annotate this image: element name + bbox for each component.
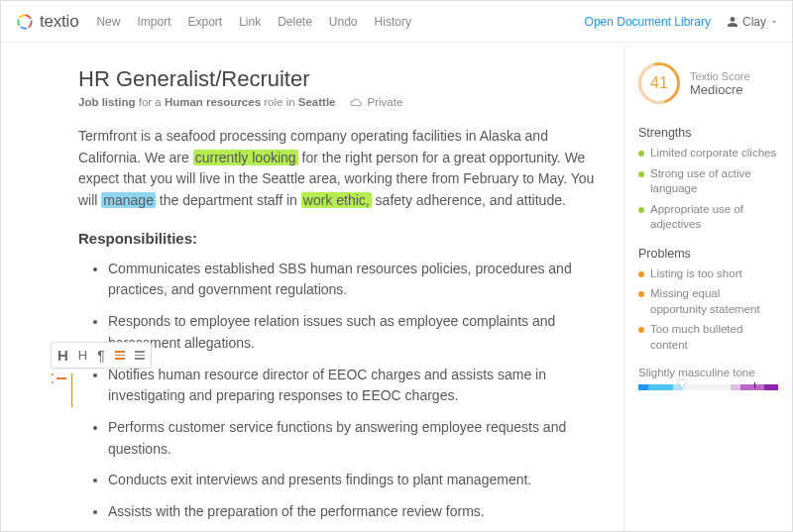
- list-item[interactable]: Too much bulleted content: [638, 322, 778, 353]
- topbar: textio New Import Export Link Delete Und…: [1, 1, 792, 43]
- list-item[interactable]: Assists with the preparation of the perf…: [108, 501, 616, 523]
- menu-new[interactable]: New: [96, 15, 120, 29]
- active-line-rule: [71, 373, 72, 407]
- tone-segment: [683, 384, 731, 390]
- cloud-icon: [350, 97, 364, 107]
- tone-tick-icon: [754, 382, 755, 388]
- numbered-list-button[interactable]: [135, 351, 145, 360]
- list-item[interactable]: Responds to employee relation issues suc…: [108, 311, 616, 354]
- brand[interactable]: textio: [15, 12, 78, 32]
- tone-meter[interactable]: [638, 384, 778, 390]
- score-block[interactable]: 41 Textio Score Mediocre: [638, 62, 778, 104]
- list-item[interactable]: Missing equal opportunity statement: [638, 286, 778, 317]
- tone-segment: [648, 384, 673, 390]
- highlight-phrase[interactable]: currently looking: [193, 150, 298, 165]
- list-item[interactable]: Strong use of active language: [638, 166, 778, 197]
- list-item[interactable]: Listing is too short: [638, 266, 778, 282]
- tone-segment: [731, 384, 740, 390]
- menu-link[interactable]: Link: [239, 15, 261, 29]
- doc-subtitle: Job listing for a Human resources role i…: [78, 96, 616, 108]
- problems-list: Listing is too short Missing equal oppor…: [638, 266, 778, 354]
- main-menu: New Import Export Link Delete Undo Histo…: [96, 15, 410, 29]
- bullet-list[interactable]: Communicates established SBS human resou…: [78, 259, 616, 523]
- bullet-list-button[interactable]: [115, 351, 125, 360]
- sub-prefix: Job listing: [78, 96, 136, 108]
- heading2-button[interactable]: H: [78, 348, 87, 363]
- brand-logo-icon: [15, 12, 35, 32]
- brand-name: textio: [40, 12, 78, 32]
- bullet-list-icon: [115, 351, 125, 360]
- highlight-phrase[interactable]: manage: [101, 192, 156, 208]
- menu-delete[interactable]: Delete: [278, 15, 312, 29]
- doc-paragraph[interactable]: Termfront is a seafood processing compan…: [78, 126, 616, 212]
- score-value: 41: [650, 74, 668, 92]
- list-item[interactable]: Appropriate use of adjectives: [638, 202, 778, 233]
- score-rating: Mediocre: [690, 82, 750, 97]
- list-indicator-icon: [57, 373, 66, 383]
- format-toolbar: H H ¶: [51, 342, 152, 369]
- tone-pointer-icon: [677, 380, 687, 387]
- numbered-list-icon: [135, 351, 145, 360]
- chevron-down-icon: [770, 18, 778, 26]
- sub-location: Seattle: [298, 96, 336, 108]
- open-library-link[interactable]: Open Document Library: [585, 15, 711, 29]
- list-item[interactable]: Communicates established SBS human resou…: [108, 259, 616, 301]
- menu-export[interactable]: Export: [187, 15, 222, 29]
- user-menu[interactable]: Clay: [727, 15, 778, 29]
- section-heading[interactable]: Responsibilities:: [78, 230, 616, 247]
- score-ring-icon: 41: [638, 62, 680, 104]
- privacy-toggle[interactable]: Private: [350, 96, 403, 108]
- paragraph-button[interactable]: ¶: [97, 348, 105, 364]
- list-item[interactable]: Notifies human resource director of EEOC…: [108, 365, 616, 407]
- strengths-list: Limited corporate cliches Strong use of …: [638, 146, 778, 233]
- tone-label: Slightly masculine tone: [638, 367, 778, 378]
- list-item[interactable]: Performs customer service functions by a…: [108, 417, 616, 460]
- strengths-heading: Strengths: [638, 126, 778, 140]
- user-icon: [727, 16, 738, 28]
- doc-title[interactable]: HR Generalist/Recruiter: [78, 66, 616, 92]
- privacy-label: Private: [368, 96, 403, 108]
- heading1-button[interactable]: H: [57, 347, 68, 364]
- menu-undo[interactable]: Undo: [329, 15, 358, 29]
- highlight-phrase[interactable]: work ethic,: [301, 192, 372, 208]
- tone-segment: [740, 384, 764, 390]
- score-title: Textio Score: [690, 70, 750, 82]
- sub-category: Human resources: [165, 96, 261, 108]
- list-item[interactable]: Limited corporate cliches: [638, 146, 778, 161]
- user-name: Clay: [742, 15, 766, 29]
- list-item[interactable]: Conducts exit interviews and presents fi…: [108, 470, 616, 491]
- tone-segment: [638, 384, 648, 390]
- sidebar: 41 Textio Score Mediocre Strengths Limit…: [623, 43, 792, 531]
- problems-heading: Problems: [638, 247, 778, 261]
- editor[interactable]: HR Generalist/Recruiter Job listing for …: [1, 43, 623, 531]
- menu-import[interactable]: Import: [137, 15, 170, 29]
- menu-history[interactable]: History: [375, 15, 411, 29]
- tone-segment: [764, 384, 778, 390]
